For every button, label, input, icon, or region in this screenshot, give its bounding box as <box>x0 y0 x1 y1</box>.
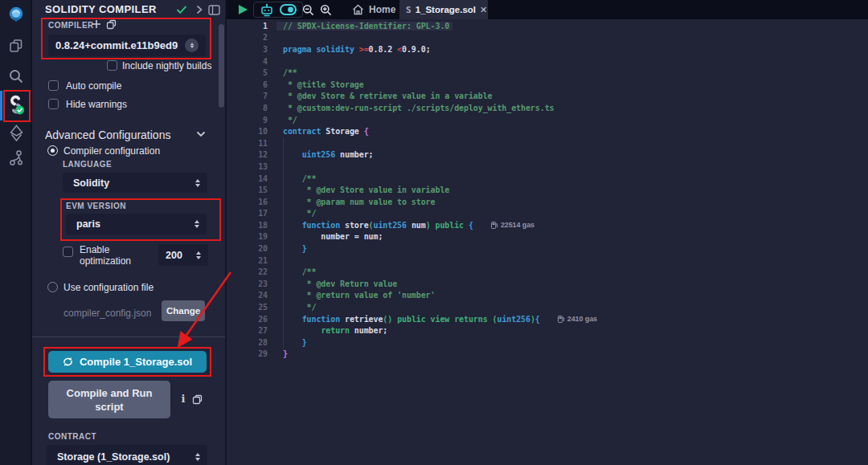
auto-compile-label[interactable]: Auto compile <box>66 80 121 92</box>
code-line[interactable]: 22 /** <box>227 266 868 278</box>
code-line[interactable]: 9 */ <box>227 114 868 126</box>
solidity-compiler-panel: SOLIDITY COMPILER COMPILER 0.8.24+commit… <box>32 0 227 465</box>
code-line[interactable]: 24 * @return value of 'number' <box>227 290 868 302</box>
run-script-play-icon[interactable] <box>237 4 248 15</box>
info-icon[interactable]: i <box>177 392 190 405</box>
add-custom-compiler-icon[interactable] <box>90 18 103 31</box>
search-icon[interactable] <box>7 67 25 85</box>
code-line[interactable]: 4 <box>227 55 868 67</box>
home-tab-label: Home <box>369 4 395 15</box>
line-number: 24 <box>227 291 268 300</box>
code-text: */ <box>283 116 297 124</box>
code-line[interactable]: 11 <box>227 137 868 149</box>
compiler-version-select[interactable]: 0.8.24+commit.e11b9ed9 <box>48 35 206 56</box>
code-text: * @custom:dev-run-script ./scripts/deplo… <box>283 104 554 112</box>
code-line[interactable]: 26 function retrieve() public view retur… <box>227 313 868 325</box>
solidity-file-icon: S <box>406 5 411 15</box>
hide-warnings-label[interactable]: Hide warnings <box>66 99 127 110</box>
toggle-switch-icon[interactable] <box>280 4 297 15</box>
code-line[interactable]: 1// SPDX-License-Identifier: GPL-3.0 <box>227 20 868 32</box>
change-config-button[interactable]: Change <box>162 300 205 321</box>
use-config-file-label[interactable]: Use configuration file <box>63 282 154 293</box>
code-line[interactable]: 20 } <box>227 243 868 255</box>
evm-version-select[interactable]: paris <box>66 214 207 235</box>
include-nightly-label[interactable]: Include nightly builds <box>122 60 211 71</box>
contract-select[interactable]: Storage (1_Storage.sol) <box>47 445 207 465</box>
compiler-configuration-label[interactable]: Compiler configuration <box>63 145 160 157</box>
code-line[interactable]: 8 * @custom:dev-run-script ./scripts/dep… <box>227 102 868 114</box>
code-line[interactable]: 27 return number; <box>227 324 868 337</box>
hide-warnings-checkbox[interactable] <box>48 99 59 109</box>
tab-label: 1_Storage.sol <box>416 5 476 14</box>
line-number: 4 <box>227 57 268 66</box>
collapse-panel-chevron-icon[interactable] <box>193 3 206 16</box>
line-number: 5 <box>227 68 268 77</box>
compile-refresh-icon <box>63 357 73 367</box>
code-line[interactable]: 10contract Storage { <box>227 125 868 137</box>
pin-panel-icon[interactable] <box>207 3 220 16</box>
code-line[interactable]: 23 * @dev Return value <box>227 278 868 290</box>
git-plugin-icon[interactable] <box>7 149 25 167</box>
ai-robot-icon[interactable] <box>260 3 274 17</box>
language-select[interactable]: Solidity <box>63 173 207 193</box>
file-explorer-icon[interactable] <box>7 37 25 55</box>
editor-top-bar: Home S 1_Storage.sol ✕ <box>227 0 868 19</box>
code-text: * @return value of 'number' <box>283 291 435 300</box>
code-text: /** <box>283 174 316 183</box>
code-line[interactable]: 5/** <box>227 67 868 79</box>
code-line[interactable]: 3pragma solidity >=0.8.2 <0.9.0; <box>227 43 868 55</box>
config-file-name: compiler_config.json <box>63 308 151 319</box>
tab-close-icon[interactable]: ✕ <box>480 5 487 15</box>
contract-value: Storage (1_Storage.sol) <box>54 451 195 463</box>
code-line[interactable]: 16 * @param num value to store <box>227 196 868 208</box>
zoom-out-icon[interactable] <box>302 4 314 16</box>
code-line[interactable]: 29} <box>227 349 868 361</box>
code-text: function store(uint256 num) public { <box>283 221 473 230</box>
open-compiler-external-icon[interactable] <box>104 18 117 31</box>
home-icon <box>352 4 364 15</box>
compiler-configuration-radio[interactable] <box>47 145 58 156</box>
copy-icon[interactable] <box>190 393 203 406</box>
include-nightly-checkbox[interactable] <box>107 60 117 71</box>
code-line[interactable]: 25 */ <box>227 301 868 313</box>
code-line[interactable]: 28 } <box>227 337 868 349</box>
line-number: 29 <box>227 349 268 358</box>
deploy-run-icon[interactable] <box>7 124 25 142</box>
code-line[interactable]: 6 * @title Storage <box>227 79 868 91</box>
enable-optimization-label[interactable]: Enable optimization <box>80 244 141 267</box>
remix-logo[interactable] <box>7 6 25 23</box>
code-line[interactable]: 17 */ <box>227 208 868 220</box>
code-text: function retrieve() public view returns … <box>283 315 540 324</box>
code-editor[interactable]: 1// SPDX-License-Identifier: GPL-3.023pr… <box>227 19 868 465</box>
solidity-compiler-icon[interactable] <box>7 96 25 114</box>
code-text: * @param num value to store <box>283 198 435 206</box>
enable-optimization-checkbox[interactable] <box>63 247 73 257</box>
compile-button[interactable]: Compile 1_Storage.sol <box>48 351 207 373</box>
compile-and-run-button[interactable]: Compile and Run script <box>48 381 170 418</box>
code-line[interactable]: 19 number = num; <box>227 231 868 243</box>
advanced-configurations-title[interactable]: Advanced Configurations <box>45 128 170 141</box>
code-line[interactable]: 12 uint256 number; <box>227 149 868 161</box>
code-line[interactable]: 7 * @dev Store & retrieve value in a var… <box>227 91 868 103</box>
code-line[interactable]: 21 <box>227 255 868 267</box>
code-area: 1// SPDX-License-Identifier: GPL-3.023pr… <box>227 19 868 360</box>
line-number: 7 <box>227 92 268 100</box>
language-value: Solidity <box>70 177 195 189</box>
code-line[interactable]: 18 function store(uint256 num) public {2… <box>227 219 868 231</box>
code-text: } <box>283 244 307 253</box>
code-text: } <box>283 349 288 358</box>
tab-1-storage-sol[interactable]: S 1_Storage.sol ✕ <box>399 0 488 19</box>
chevron-down-icon[interactable] <box>194 128 207 141</box>
zoom-in-icon[interactable] <box>320 4 332 16</box>
code-line[interactable]: 13 <box>227 161 868 173</box>
use-config-file-radio[interactable] <box>47 282 58 292</box>
code-line[interactable]: 2 <box>227 32 868 44</box>
panel-scrollbar[interactable] <box>219 24 224 108</box>
line-number: 23 <box>227 279 268 288</box>
code-line[interactable]: 14 /** <box>227 173 868 185</box>
code-line[interactable]: 15 * @dev Store value in variable <box>227 184 868 196</box>
line-number: 16 <box>227 198 268 206</box>
optimization-runs-input[interactable]: 200 <box>158 244 208 266</box>
auto-compile-checkbox[interactable] <box>48 80 59 91</box>
tab-home[interactable]: Home <box>347 0 400 19</box>
